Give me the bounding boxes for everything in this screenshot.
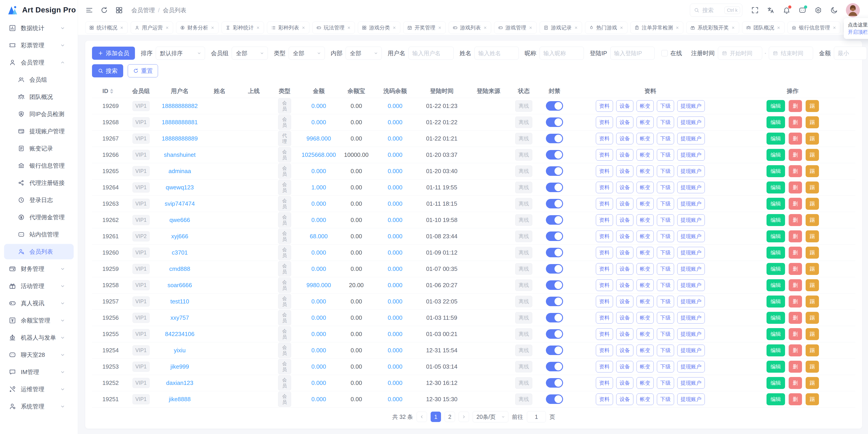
close-icon[interactable] <box>120 26 124 30</box>
sidebar-item-聊天室28[interactable]: 聊天室28 <box>4 347 74 363</box>
tab-彩种列表[interactable]: 彩种列表 <box>267 22 309 34</box>
action-button-编辑[interactable]: 编辑 <box>767 344 785 356</box>
profile-button-提现账户[interactable]: 提现账户 <box>677 133 705 144</box>
profile-button-设备[interactable]: 设备 <box>616 166 633 177</box>
close-icon[interactable] <box>832 26 837 30</box>
profile-button-设备[interactable]: 设备 <box>616 149 633 161</box>
sidebar-item-机器人与发单[interactable]: 机器人与发单 <box>4 330 74 345</box>
profile-button-提现账户[interactable]: 提现账户 <box>677 312 705 324</box>
action-button-编辑[interactable]: 编辑 <box>767 295 785 308</box>
username-link[interactable]: qwe666 <box>169 216 190 223</box>
action-button-删[interactable]: 删 <box>789 344 802 356</box>
id-sort-header[interactable]: ID <box>102 88 113 94</box>
reset-button[interactable]: 重置 <box>128 64 158 77</box>
action-button-踢[interactable]: 踢 <box>806 263 819 275</box>
sidebar-item-账变记录[interactable]: 账变记录 <box>4 141 74 156</box>
action-button-编辑[interactable]: 编辑 <box>767 393 785 405</box>
login-ip-input[interactable] <box>610 47 655 60</box>
tab-游戏记录[interactable]: 游戏记录 <box>539 22 582 34</box>
action-button-删[interactable]: 删 <box>789 230 802 242</box>
tab-系统彩预开奖[interactable]: 系统彩预开奖 <box>686 22 739 34</box>
wash-amount-link[interactable]: 0.000 <box>388 151 402 158</box>
profile-button-下级[interactable]: 下级 <box>657 133 674 144</box>
username-link[interactable]: 842234106 <box>165 330 194 337</box>
profile-button-提现账户[interactable]: 提现账户 <box>677 117 705 128</box>
close-icon[interactable] <box>347 26 351 30</box>
profile-button-下级[interactable]: 下级 <box>657 312 674 324</box>
profile-button-下级[interactable]: 下级 <box>657 231 674 242</box>
amount-link[interactable]: 0.000 <box>311 396 326 403</box>
sidebar-item-登录日志[interactable]: 登录日志 <box>4 192 74 208</box>
tab-团队概况[interactable]: 团队概况 <box>742 22 784 34</box>
goto-page-input[interactable] <box>527 411 546 423</box>
wash-amount-link[interactable]: 0.000 <box>388 168 402 174</box>
username-link[interactable]: shanshuinet <box>164 151 195 158</box>
profile-button-设备[interactable]: 设备 <box>616 345 633 356</box>
profile-button-设备[interactable]: 设备 <box>616 280 633 291</box>
action-button-删[interactable]: 删 <box>789 312 802 324</box>
sidebar-item-会员列表[interactable]: 会员列表 <box>4 244 74 259</box>
action-button-删[interactable]: 删 <box>789 377 802 389</box>
username-link[interactable]: qwewq123 <box>166 184 194 191</box>
sidebar-item-提现账户管理[interactable]: 提现账户管理 <box>4 123 74 139</box>
profile-button-提现账户[interactable]: 提现账户 <box>677 296 705 307</box>
ban-toggle[interactable] <box>546 313 563 322</box>
profile-button-下级[interactable]: 下级 <box>657 263 674 275</box>
action-button-删[interactable]: 删 <box>789 393 802 405</box>
column-header-ID[interactable]: ID <box>92 85 124 98</box>
action-button-编辑[interactable]: 编辑 <box>767 328 785 340</box>
sidebar-toggle-icon[interactable] <box>85 6 93 14</box>
profile-button-提现账户[interactable]: 提现账户 <box>677 166 705 177</box>
tooltip-link-topmenu[interactable]: 开启顶栏菜单 <box>848 29 868 35</box>
ban-toggle[interactable] <box>546 362 563 371</box>
ban-toggle[interactable] <box>546 280 563 290</box>
profile-button-资料[interactable]: 资料 <box>596 312 613 324</box>
wash-amount-link[interactable]: 0.000 <box>388 119 402 125</box>
profile-button-下级[interactable]: 下级 <box>657 394 674 405</box>
action-button-踢[interactable]: 踢 <box>806 165 819 177</box>
wash-amount-link[interactable]: 0.000 <box>388 298 402 305</box>
action-button-踢[interactable]: 踢 <box>806 279 819 291</box>
close-icon[interactable] <box>165 26 169 30</box>
group-select[interactable]: 全部 <box>232 47 268 60</box>
name-input[interactable] <box>474 47 519 60</box>
profile-button-设备[interactable]: 设备 <box>616 117 633 128</box>
profile-button-设备[interactable]: 设备 <box>616 361 633 372</box>
amount-link[interactable]: 0.000 <box>311 168 326 174</box>
sidebar-item-站内信管理[interactable]: 站内信管理 <box>4 227 74 242</box>
start-date-input[interactable]: 开始时间 <box>718 47 762 60</box>
username-link[interactable]: xxy757 <box>170 314 189 321</box>
close-icon[interactable] <box>619 26 624 30</box>
profile-button-下级[interactable]: 下级 <box>657 182 674 193</box>
wash-amount-link[interactable]: 0.000 <box>388 379 402 386</box>
close-icon[interactable] <box>301 26 306 30</box>
profile-button-提现账户[interactable]: 提现账户 <box>677 377 705 389</box>
refresh-icon[interactable] <box>100 6 108 14</box>
profile-button-设备[interactable]: 设备 <box>616 377 633 389</box>
username-link[interactable]: adminaa <box>168 168 191 174</box>
action-button-踢[interactable]: 踢 <box>806 133 819 145</box>
amount-link[interactable]: 0.000 <box>311 330 326 337</box>
profile-button-设备[interactable]: 设备 <box>616 312 633 324</box>
profile-button-帐变[interactable]: 帐变 <box>637 263 654 275</box>
amount-link[interactable]: 1.000 <box>311 184 326 191</box>
wash-amount-link[interactable]: 0.000 <box>388 200 402 207</box>
action-button-踢[interactable]: 踢 <box>806 393 819 405</box>
profile-button-下级[interactable]: 下级 <box>657 377 674 389</box>
close-icon[interactable] <box>392 26 397 30</box>
username-link[interactable]: 18888888882 <box>162 103 198 109</box>
notifications-bell-icon[interactable] <box>782 6 791 14</box>
action-button-编辑[interactable]: 编辑 <box>767 263 785 275</box>
action-button-删[interactable]: 删 <box>789 295 802 308</box>
profile-button-帐变[interactable]: 帐变 <box>637 117 654 128</box>
tab-财务分析[interactable]: 财务分析 <box>176 22 219 34</box>
dark-mode-moon-icon[interactable] <box>830 6 838 14</box>
breadcrumb-parent[interactable]: 会员管理 <box>131 6 155 14</box>
profile-button-提现账户[interactable]: 提现账户 <box>677 394 705 405</box>
profile-button-资料[interactable]: 资料 <box>596 231 613 242</box>
username-link[interactable]: 18888888889 <box>162 135 198 142</box>
ban-toggle[interactable] <box>546 150 563 160</box>
action-button-踢[interactable]: 踢 <box>806 149 819 161</box>
profile-button-下级[interactable]: 下级 <box>657 328 674 340</box>
profile-button-帐变[interactable]: 帐变 <box>637 198 654 209</box>
